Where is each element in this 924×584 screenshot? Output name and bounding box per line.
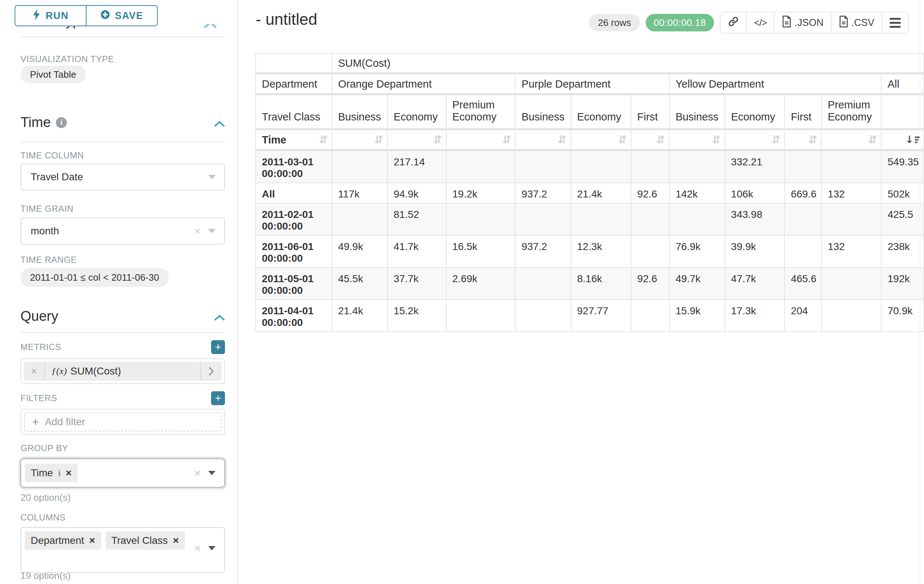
columns-label: COLUMNS xyxy=(20,512,66,523)
link-icon xyxy=(728,16,739,30)
save-button-label: SAVE xyxy=(115,10,144,21)
sort-icon[interactable]: ⇵ xyxy=(618,134,627,145)
add-filter-placeholder: Add filter xyxy=(45,416,86,428)
group-by-label: GROUP BY xyxy=(20,443,68,453)
add-filter-dropzone[interactable]: + Add filter xyxy=(24,413,221,431)
pivot-table-container: SUM(Cost)DepartmentOrange DepartmentPurp… xyxy=(255,53,924,332)
group-by-select[interactable]: Time i × × xyxy=(20,459,225,488)
copy-link-button[interactable] xyxy=(721,12,746,33)
chevron-up-icon[interactable] xyxy=(214,308,225,324)
clear-icon[interactable]: × xyxy=(190,225,205,237)
pivot-value-cell xyxy=(784,235,822,268)
pivot-value-cell xyxy=(446,299,516,332)
sortable-column-header: Time⇵ xyxy=(256,129,332,150)
pivot-value-cell xyxy=(670,203,725,235)
sort-descending-icon[interactable]: ↓ xyxy=(905,135,920,145)
sortable-column-header: ⇵ xyxy=(784,129,822,150)
pivot-value-cell: 94.9k xyxy=(388,183,446,203)
pivot-value-cell: 332.21 xyxy=(725,150,785,183)
department-group-header: Yellow Department xyxy=(670,73,882,94)
chart-title: - untitled xyxy=(256,10,317,28)
superset-explore-app: Chart Type RUN SAVE VISUALIZATION TYPE P… xyxy=(0,0,924,584)
sort-icon[interactable]: ⇵ xyxy=(868,134,877,145)
export-csv-button[interactable]: .CSV xyxy=(831,12,882,33)
visualization-type-value[interactable]: Pivot Table xyxy=(20,66,86,83)
pivot-value-cell: 92.6 xyxy=(631,183,670,203)
pivot-value-cell xyxy=(670,150,725,183)
pivot-value-cell: 12.3k xyxy=(571,235,631,268)
pivot-value-cell: 937.2 xyxy=(515,183,571,203)
pivot-value-cell: 76.9k xyxy=(670,235,725,268)
pivot-value-cell: 45.5k xyxy=(332,268,388,299)
department-dim-header: Department xyxy=(256,73,332,94)
sort-icon[interactable]: ⇵ xyxy=(319,134,328,145)
sort-icon[interactable]: ⇵ xyxy=(558,134,567,145)
plus-circle-icon xyxy=(101,10,110,22)
file-json-icon xyxy=(782,16,792,30)
export-json-button[interactable]: .JSON xyxy=(774,12,831,33)
sort-icon[interactable]: ⇵ xyxy=(771,134,780,145)
sort-icon[interactable]: ⇵ xyxy=(808,134,817,145)
chevron-up-icon[interactable] xyxy=(214,115,225,130)
hamburger-menu-icon xyxy=(890,18,901,28)
pivot-value-cell: 217.14 xyxy=(388,150,446,183)
pivot-value-cell: 927.77 xyxy=(571,299,631,332)
pivot-value-cell xyxy=(571,150,631,183)
time-grain-select[interactable]: month × xyxy=(20,217,225,245)
info-icon[interactable]: i xyxy=(56,117,67,128)
pivot-row-label: 2011-06-01 00:00:00 xyxy=(256,235,332,268)
sortable-column-header: ⇵ xyxy=(388,129,446,150)
remove-tag-icon[interactable]: × xyxy=(173,535,178,546)
pivot-value-cell: 669.6 xyxy=(784,183,822,203)
query-timer-badge: 00:00:00.18 xyxy=(646,14,714,31)
pivot-value-cell xyxy=(446,203,516,235)
embed-code-button[interactable]: </> xyxy=(746,12,774,33)
pivot-value-cell: 2.69k xyxy=(446,268,516,299)
pivot-value-cell: 549.35 xyxy=(881,150,924,183)
metric-name: SUM(Cost) xyxy=(71,365,121,377)
more-options-button[interactable] xyxy=(882,12,908,33)
pivot-value-cell: 8.16k xyxy=(571,268,631,299)
columns-tag-travel-class[interactable]: Travel Class × xyxy=(106,531,185,550)
remove-tag-icon[interactable]: × xyxy=(66,467,72,479)
run-save-bar: RUN SAVE xyxy=(15,5,158,26)
time-range-value[interactable]: 2011-01-01 ≤ col < 2011-06-30 xyxy=(20,268,169,287)
run-button-label: RUN xyxy=(46,10,69,21)
sortable-column-header: ⇵ xyxy=(571,129,631,150)
clear-icon[interactable]: × xyxy=(190,542,205,554)
clear-icon[interactable]: × xyxy=(190,467,205,479)
add-metric-button[interactable]: + xyxy=(211,340,225,354)
travel-class-header: Economy xyxy=(571,94,631,129)
save-button[interactable]: SAVE xyxy=(86,6,157,26)
pivot-row-label: All xyxy=(256,183,332,203)
sort-icon[interactable]: ⇵ xyxy=(433,134,442,145)
pivot-value-cell: 142k xyxy=(670,183,725,203)
pivot-row-label: 2011-02-01 00:00:00 xyxy=(256,203,332,235)
sortable-column-header: ⇵ xyxy=(725,129,785,150)
info-icon[interactable]: i xyxy=(58,468,61,478)
columns-select[interactable]: Department × Travel Class × × xyxy=(20,527,225,573)
pivot-value-cell: 502k xyxy=(881,183,924,203)
scroll-gutter xyxy=(920,0,920,584)
sort-icon[interactable]: ⇵ xyxy=(711,134,721,145)
chevron-right-icon[interactable] xyxy=(201,362,222,381)
sort-icon[interactable]: ⇵ xyxy=(374,134,383,145)
remove-tag-icon[interactable]: × xyxy=(89,535,95,546)
pivot-value-cell xyxy=(515,299,571,332)
pivot-value-cell: 465.6 xyxy=(784,268,822,299)
travel-class-header: Economy xyxy=(388,94,446,129)
remove-metric-icon[interactable]: × xyxy=(24,362,45,381)
pivot-value-cell xyxy=(631,150,670,183)
sort-icon[interactable]: ⇵ xyxy=(656,134,665,145)
sort-icon[interactable]: ⇵ xyxy=(502,134,511,145)
chevron-down-icon xyxy=(208,229,216,233)
pivot-value-cell: 238k xyxy=(881,235,924,268)
add-filter-plus-button[interactable]: + xyxy=(211,391,225,405)
department-group-header: Purple Department xyxy=(515,73,670,94)
pivot-row-label: 2011-04-01 00:00:00 xyxy=(256,299,332,332)
run-button[interactable]: RUN xyxy=(15,6,86,26)
metric-item[interactable]: × ƒ(x) SUM(Cost) xyxy=(24,362,222,381)
time-column-select[interactable]: Travel Date xyxy=(20,163,225,191)
group-by-tag-time[interactable]: Time i × xyxy=(25,464,78,482)
columns-tag-department[interactable]: Department × xyxy=(25,531,101,550)
